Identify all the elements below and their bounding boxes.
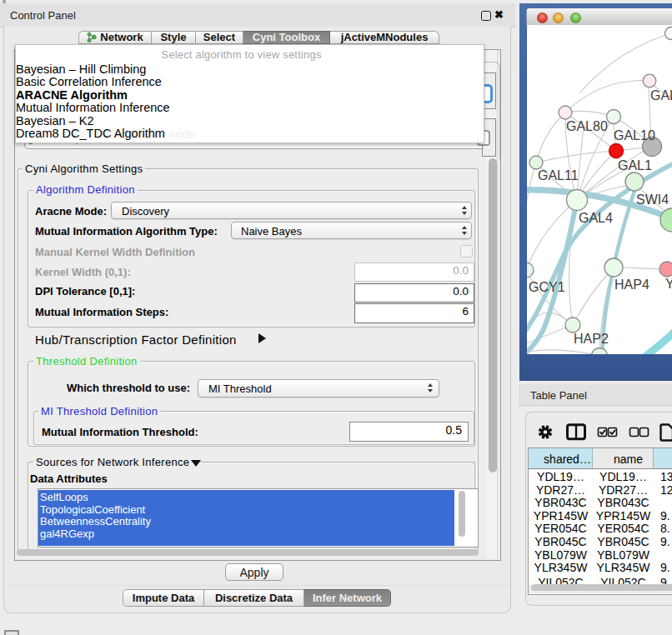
svg-text:Y: Y	[665, 277, 672, 291]
svg-text:GAL80: GAL80	[566, 119, 608, 133]
svg-text:GAL2: GAL2	[650, 88, 672, 102]
svg-text:HAP2: HAP2	[574, 332, 609, 346]
svg-text:GAL10: GAL10	[614, 128, 655, 142]
svg-text:GAL4: GAL4	[579, 211, 613, 225]
svg-text:SWI4: SWI4	[636, 192, 669, 207]
svg-text:GCY1: GCY1	[529, 280, 565, 294]
svg-text:HAP4: HAP4	[614, 278, 649, 292]
svg-text:GAL1: GAL1	[618, 158, 652, 172]
svg-text:GAL11: GAL11	[538, 168, 579, 182]
